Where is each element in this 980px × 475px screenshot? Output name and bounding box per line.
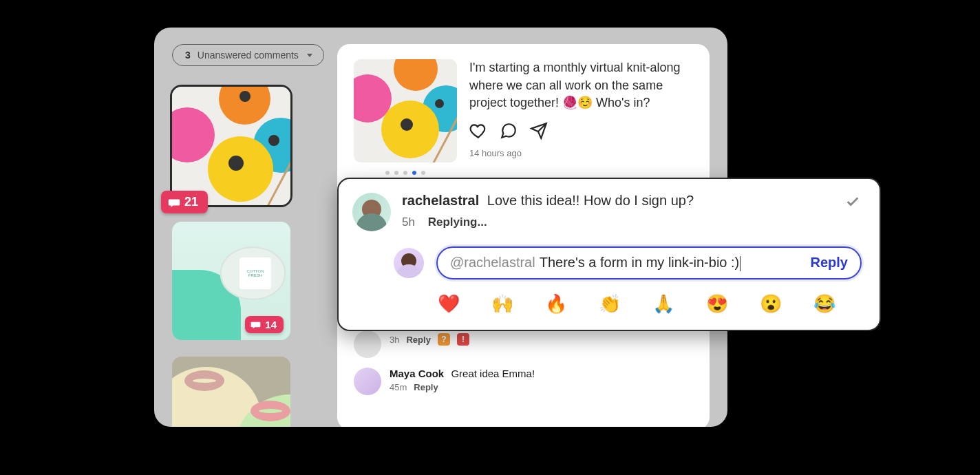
post-caption: I'm starting a monthly virtual knit-alon… <box>469 59 693 112</box>
emoji-fire[interactable]: 🔥 <box>545 293 567 315</box>
image-pager[interactable] <box>354 171 457 175</box>
comments-list: 3h Reply ? ! Maya Cook Great idea Emma! … <box>354 330 693 395</box>
emoji-wow[interactable]: 😮 <box>760 293 782 315</box>
comment-count: 21 <box>184 195 198 209</box>
share-button[interactable] <box>530 122 548 140</box>
post-thumbnail-1[interactable]: 21 <box>172 87 290 205</box>
post-thumbnail-3[interactable] <box>172 357 290 427</box>
commenter-username[interactable]: rachelastral <box>402 193 479 208</box>
filter-count: 3 <box>185 50 191 61</box>
send-icon <box>530 122 548 140</box>
my-avatar <box>394 248 424 278</box>
mark-done-button[interactable] <box>845 194 860 212</box>
send-reply-button[interactable]: Reply <box>811 255 848 271</box>
alert-flag-icon: ! <box>457 333 469 346</box>
emoji-hands[interactable]: 🙌 <box>491 293 513 315</box>
emoji-quick-picker: ❤️ 🙌 🔥 👏 🙏 😍 😮 😂 <box>438 293 862 315</box>
avatar <box>354 368 381 395</box>
emoji-hearteyes[interactable]: 😍 <box>706 293 728 315</box>
chevron-down-icon <box>307 54 312 57</box>
reply-draft-text: There's a form in my link-in-bio :) <box>540 255 798 271</box>
comment-text: Love this idea!! How do I sign up? <box>487 193 694 208</box>
reply-input[interactable]: @rachelastral There's a form in my link-… <box>436 246 862 279</box>
post-actions <box>469 122 693 140</box>
thumbnail-image <box>172 357 290 427</box>
comment-time: 3h <box>390 335 399 345</box>
post-thumbnails: 21 COTTON FRESH 14 <box>172 87 325 427</box>
emoji-pray[interactable]: 🙏 <box>652 293 674 315</box>
post-timestamp: 14 hours ago <box>469 148 693 158</box>
post-media-column <box>354 59 457 175</box>
avatar <box>354 330 381 358</box>
speech-bubble-icon <box>500 122 518 140</box>
reply-link[interactable]: Reply <box>406 335 430 345</box>
post-thumbnail-2[interactable]: COTTON FRESH 14 <box>172 222 290 340</box>
comment-row[interactable]: Maya Cook Great idea Emma! 45m Reply <box>354 368 693 395</box>
replying-status: Replying... <box>428 215 487 229</box>
reply-overlay: rachelastral Love this idea!! How do I s… <box>337 178 881 331</box>
emoji-clap[interactable]: 👏 <box>599 293 621 315</box>
emoji-heart[interactable]: ❤️ <box>438 293 460 315</box>
question-flag-icon: ? <box>438 333 450 346</box>
thumbnail-image <box>172 87 290 205</box>
filter-unanswered[interactable]: 3 Unanswered comments <box>172 44 324 66</box>
comment-count-badge: 14 <box>245 316 284 333</box>
yarn-label-text: COTTON FRESH <box>239 257 271 289</box>
comment-count-badge: 21 <box>161 191 208 213</box>
comment-text: Great idea Emma! <box>451 368 535 379</box>
comment-icon <box>168 196 180 209</box>
comment-time: 5h <box>402 215 415 229</box>
comment-count: 14 <box>265 319 277 330</box>
like-button[interactable] <box>469 122 487 140</box>
heart-icon <box>469 122 487 140</box>
reply-link[interactable]: Reply <box>414 382 438 392</box>
post-image[interactable] <box>354 59 457 162</box>
commenter-avatar <box>352 193 391 231</box>
reply-mention: @rachelastral <box>450 255 535 271</box>
comment-button[interactable] <box>500 122 518 140</box>
comment-row[interactable]: 3h Reply ? ! <box>354 330 693 358</box>
commenter-name: Maya Cook <box>390 368 444 379</box>
check-icon <box>845 194 860 209</box>
comment-icon <box>251 319 261 330</box>
emoji-joy[interactable]: 😂 <box>813 293 835 315</box>
comment-time: 45m <box>390 382 407 392</box>
sidebar: 3 Unanswered comments 21 <box>172 44 325 427</box>
filter-label: Unanswered comments <box>198 50 299 61</box>
